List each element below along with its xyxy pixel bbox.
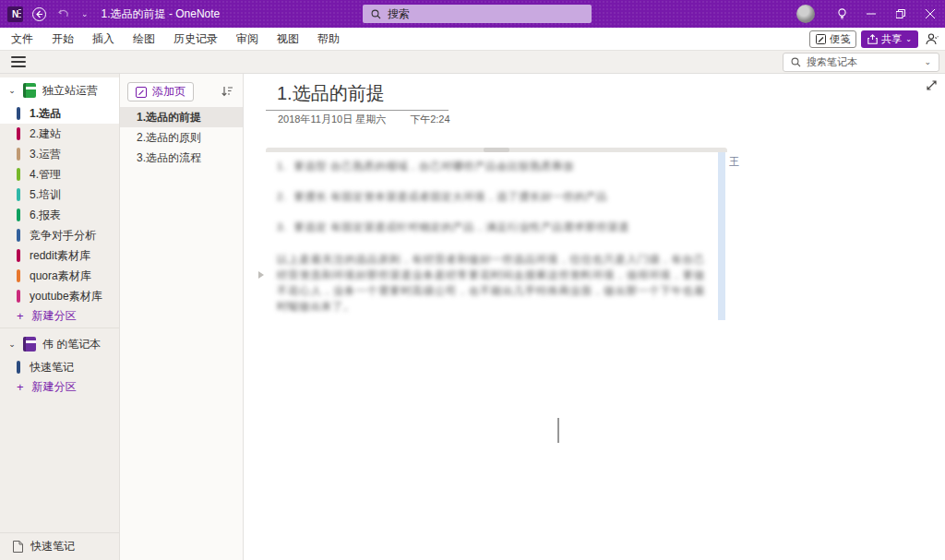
sidebar-item-section[interactable]: 竞争对手分析 <box>0 225 119 245</box>
plus-icon: + <box>17 380 24 394</box>
plus-icon: + <box>17 309 24 323</box>
search-input[interactable]: 搜索 <box>363 5 592 23</box>
search-placeholder: 搜索 <box>388 6 410 22</box>
section-label: 5.培训 <box>30 187 61 203</box>
sidebar-item-section[interactable]: 4.管理 <box>0 164 119 185</box>
section-color-tab <box>17 229 20 242</box>
blurred-paragraph: 以上是最关注的选品原则，有经营者和做好一些选品环境，往往也只是入门级，有自己经营… <box>277 252 705 315</box>
avatar[interactable] <box>796 5 815 23</box>
blurred-list-item: 1.要选型 自己熟悉的领域，自己对哪些产品会比较熟悉释放 <box>277 161 705 172</box>
page-title[interactable]: 1.选品的前提 <box>277 81 385 106</box>
close-button[interactable] <box>915 0 945 28</box>
section-color-tab <box>17 269 20 282</box>
new-section-button[interactable]: + 新建分区 <box>0 306 119 325</box>
section-label: 3.运营 <box>30 147 61 162</box>
sidebar-item-section[interactable]: reddit素材库 <box>0 245 119 266</box>
page-time[interactable]: 下午2:24 <box>410 113 449 126</box>
section-label: reddit素材库 <box>30 248 90 264</box>
section-color-tab <box>17 127 20 140</box>
section-label: 竞争对手分析 <box>30 228 96 244</box>
feedback-person-icon[interactable] <box>923 30 941 48</box>
sidebar-item-section[interactable]: quora素材库 <box>0 266 119 286</box>
sidebar-item-section[interactable]: 2.建站 <box>0 124 119 144</box>
notebook-search-input[interactable]: 搜索笔记本 ⌄ <box>783 53 939 72</box>
section-color-tab <box>17 107 20 120</box>
chevron-down-icon[interactable]: ⌄ <box>7 86 17 95</box>
menu-home[interactable]: 开始 <box>42 28 83 51</box>
page-list-item[interactable]: 1.选品的前提 <box>120 107 243 127</box>
document-icon <box>13 541 23 553</box>
page-canvas[interactable]: 1.选品的前提 2018年11月10日 星期六 下午2:24 1.要选型 自己熟… <box>244 74 945 560</box>
section-color-tab <box>17 188 20 201</box>
quick-notes-button[interactable]: 快速笔记 <box>0 533 119 560</box>
menu-file[interactable]: 文件 <box>0 28 42 51</box>
note-container[interactable]: 1.要选型 自己熟悉的领域，自己对哪些产品会比较熟悉释放 2.要擅长 有固定资本… <box>266 148 727 321</box>
page-title-label: 2.选品的原则 <box>137 130 201 146</box>
new-section-label: 新建分区 <box>32 308 77 324</box>
page-list-item[interactable]: 2.选品的原则 <box>120 127 243 148</box>
section-color-tab <box>17 361 20 374</box>
hamburger-menu-icon[interactable] <box>11 56 26 67</box>
menu-view[interactable]: 视图 <box>268 28 308 51</box>
share-label: 共享 <box>881 32 902 46</box>
sidebar-item-section[interactable]: 5.培训 <box>0 185 119 205</box>
sort-pages-icon[interactable] <box>221 86 233 98</box>
nav-toolbar: 搜索笔记本 ⌄ <box>0 51 945 74</box>
restore-button[interactable] <box>886 0 915 28</box>
page-date[interactable]: 2018年11月10日 星期六 <box>278 113 386 126</box>
add-page-button[interactable]: 添加页 <box>127 82 194 101</box>
section-label: 6.报表 <box>30 208 61 223</box>
lightbulb-icon[interactable] <box>827 0 856 28</box>
section-color-tab <box>17 209 20 221</box>
page-title-label: 3.选品的流程 <box>137 150 201 166</box>
sidebar-item-section[interactable]: 1.选品 <box>0 103 119 124</box>
add-page-label: 添加页 <box>152 84 185 100</box>
sections-sidebar: ⌄ 独立站运营 1.选品 2.建站 3.运营 4.管理 5.培训 6.报表 <box>0 74 120 560</box>
sticky-notes-button[interactable]: 便笺 <box>809 30 856 48</box>
minimize-button[interactable] <box>856 0 886 28</box>
share-icon <box>867 34 878 44</box>
menu-draw[interactable]: 绘图 <box>124 28 164 51</box>
menu-insert[interactable]: 插入 <box>83 28 124 51</box>
search-scope-chevron-icon[interactable]: ⌄ <box>924 57 931 66</box>
sidebar-item-section[interactable]: 6.报表 <box>0 205 119 225</box>
chevron-down-icon[interactable]: ⌄ <box>7 340 17 349</box>
quick-access-chevron-icon[interactable]: ⌄ <box>81 9 89 18</box>
sidebar-item-section[interactable]: 快速笔记 <box>0 357 119 377</box>
sticky-note-icon <box>816 34 826 44</box>
notebook-name: 伟 的笔记本 <box>42 337 101 352</box>
text-cursor <box>557 418 559 443</box>
expand-page-icon[interactable] <box>926 79 938 91</box>
menu-help[interactable]: 帮助 <box>308 28 349 51</box>
notebook-icon <box>23 337 36 351</box>
back-button[interactable] <box>32 7 46 21</box>
page-list-item[interactable]: 3.选品的流程 <box>120 148 243 168</box>
blurred-list-item: 3.要选定 有固定渠道或针对稳定的产品，满足行业性产品需求那些渠道 <box>277 221 705 232</box>
new-section-label: 新建分区 <box>32 379 77 395</box>
section-label: 快速笔记 <box>30 360 74 375</box>
section-label: 2.建站 <box>30 126 61 142</box>
share-button[interactable]: 共享 ⌄ <box>861 30 918 48</box>
undo-icon[interactable] <box>55 0 72 28</box>
menu-review[interactable]: 审阅 <box>227 28 268 51</box>
edit-page-icon <box>136 87 147 98</box>
new-section-button[interactable]: + 新建分区 <box>0 377 119 396</box>
section-color-tab <box>17 148 20 161</box>
notebook-item[interactable]: ⌄ 独立站运营 <box>0 77 119 103</box>
note-container-drag-bar[interactable] <box>266 148 727 152</box>
notebook-item[interactable]: ⌄ 伟 的笔记本 <box>0 331 119 357</box>
titlebar: N ⌄ 1.选品的前提 - OneNote 搜索 <box>0 0 945 28</box>
window-title: 1.选品的前提 - OneNote <box>102 6 221 22</box>
menubar: 文件 开始 插入 绘图 历史记录 审阅 视图 帮助 便笺 共享 ⌄ <box>0 28 945 51</box>
blurred-list-item: 2.要擅长 有固定资本渠道或者固定大环境，选了擅长好一些的产品 <box>277 191 705 202</box>
sidebar-item-section[interactable]: 3.运营 <box>0 144 119 164</box>
notebook-name: 独立站运营 <box>42 83 98 99</box>
search-icon <box>791 57 801 67</box>
sidebar-item-section[interactable]: youtube素材库 <box>0 286 119 306</box>
paragraph-handle-icon[interactable] <box>258 271 264 279</box>
sticky-notes-label: 便笺 <box>830 32 850 46</box>
notebook-icon <box>23 83 36 98</box>
blurred-note-text: 1.要选型 自己熟悉的领域，自己对哪些产品会比较熟悉释放 2.要擅长 有固定资本… <box>277 161 705 315</box>
menu-history[interactable]: 历史记录 <box>164 28 227 51</box>
section-color-tab <box>17 249 20 262</box>
